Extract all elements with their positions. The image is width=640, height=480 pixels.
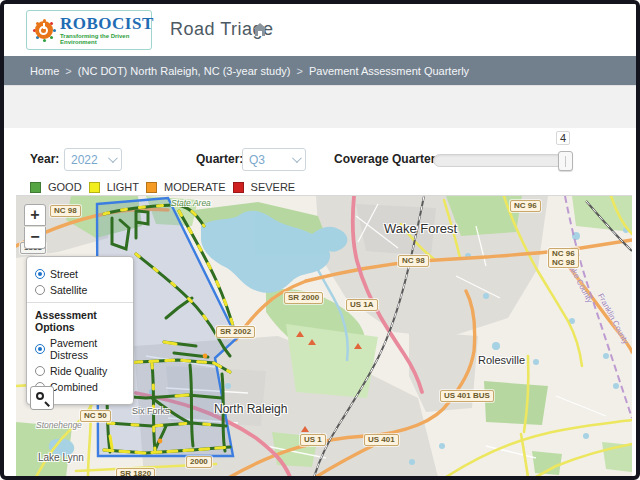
chevron-down-icon (108, 153, 118, 163)
light-color-swatch (89, 182, 100, 193)
breadcrumb: Home > (NC DOT) North Raleigh, NC (3-yea… (4, 56, 636, 85)
map-label-rolesville: Rolesville (478, 354, 525, 366)
robocist-logo[interactable]: ROBOCIST Transforming the Driven Environ… (26, 10, 152, 50)
year-value: 2022 (71, 153, 98, 167)
road-shield: NC 98 (50, 205, 81, 217)
map-label-lake-lynn: Lake Lynn (38, 452, 84, 463)
road-shield: SR 2000 (284, 292, 323, 304)
road-shield: NC 50 (80, 410, 111, 422)
road-shield: SR 2002 (216, 326, 255, 338)
assessment-option-pavement-distress[interactable]: Pavement Distress (35, 337, 125, 361)
map-label-north-raleigh: North Raleigh (214, 402, 287, 416)
radio-ride-quality[interactable] (35, 366, 45, 376)
map-search-button[interactable] (30, 386, 54, 410)
breadcrumb-separator: > (65, 65, 71, 77)
severe-color-swatch (233, 182, 244, 193)
legend-label-moderate: MODERATE (164, 181, 226, 193)
logo-tagline: Transforming the Driven Environment (60, 33, 154, 45)
assessment-options-title: Assessment Options (35, 309, 125, 333)
basemap-option-street[interactable]: Street (35, 268, 125, 280)
assessment-option-ride-quality[interactable]: Ride Quality (35, 365, 125, 377)
road-shield: US 1 (300, 434, 326, 446)
coverage-quarters-label: Coverage Quarters: (334, 152, 446, 166)
quarter-value: Q3 (249, 153, 265, 167)
coverage-quarters-slider[interactable] (433, 154, 572, 167)
logo-text: ROBOCIST (60, 15, 154, 32)
road-shield: US 401 BUS (440, 390, 494, 402)
layers-panel: Street Satellite Assessment Options Pave… (26, 256, 134, 405)
breadcrumb-separator: > (297, 65, 303, 77)
app-header: ROBOCIST Transforming the Driven Environ… (4, 4, 636, 56)
road-triage-window: ROBOCIST Transforming the Driven Environ… (0, 0, 640, 480)
breadcrumb-study[interactable]: (NC DOT) North Raleigh, NC (3-year study… (78, 65, 291, 77)
road-shield: 2000 (186, 456, 212, 468)
year-label: Year: (30, 152, 59, 166)
road-shield: US 1A (346, 299, 378, 311)
quarter-label: Quarter: (196, 152, 243, 166)
radio-pavement-distress[interactable] (35, 344, 45, 354)
map-label-six-forks: Six Forks (132, 406, 170, 416)
map-label-wake-forest: Wake Forest (384, 221, 457, 236)
search-icon (36, 392, 44, 400)
basemap-option-satellite[interactable]: Satellite (35, 284, 125, 296)
road-shield: NC 98 (398, 255, 429, 267)
coverage-quarters-value: 4 (556, 131, 570, 145)
map-canvas[interactable]: Wake Forest North Raleigh Rolesville Lak… (16, 195, 632, 476)
home-icon[interactable] (252, 23, 268, 37)
chevron-down-icon (292, 153, 302, 163)
road-shield: US 401 (364, 434, 399, 446)
map-label-stonehenge: Stonehenge (36, 420, 82, 430)
slider-thumb[interactable] (558, 151, 573, 171)
legend-label-light: LIGHT (107, 181, 139, 193)
zoom-out-button[interactable]: − (24, 227, 46, 249)
road-shield: SR 1820 (116, 468, 155, 476)
panel-divider (27, 302, 133, 303)
quarter-select[interactable]: Q3 (242, 148, 306, 171)
radio-street[interactable] (35, 269, 45, 279)
moderate-color-swatch (146, 182, 157, 193)
breadcrumb-current: Pavement Assessment Quarterly (309, 65, 469, 77)
condition-legend: GOOD LIGHT MODERATE SEVERE (30, 181, 295, 193)
good-color-swatch (30, 182, 41, 193)
toolbar-band (4, 85, 636, 128)
radio-satellite[interactable] (35, 285, 45, 295)
year-select[interactable]: 2022 (64, 148, 122, 171)
breadcrumb-home[interactable]: Home (30, 65, 59, 77)
road-shield: NC 96 (510, 200, 541, 212)
zoom-in-button[interactable]: + (24, 204, 46, 226)
legend-label-severe: SEVERE (251, 181, 296, 193)
road-shield-stack: NC 96 NC 98 (548, 248, 579, 268)
gear-logo-icon (31, 17, 57, 43)
map-label-state-area: State Area (171, 198, 211, 208)
legend-label-good: GOOD (48, 181, 82, 193)
